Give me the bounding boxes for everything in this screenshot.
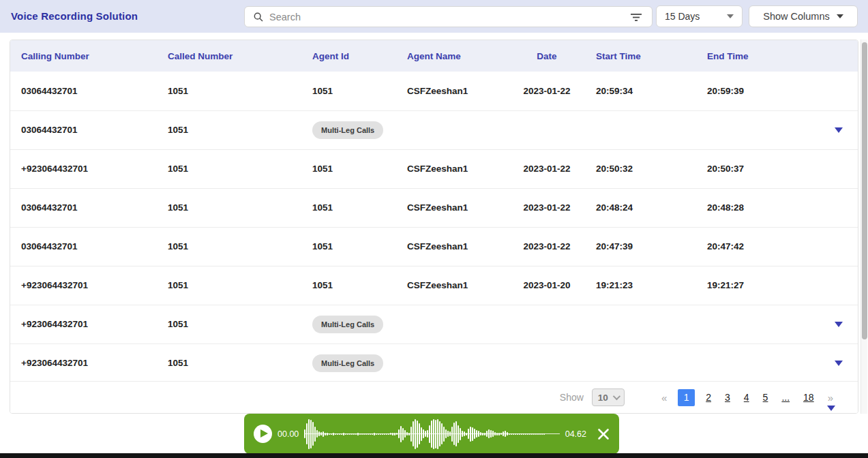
cell-calling-number: 03064432701 xyxy=(10,72,157,110)
cell-start-time: 20:47:39 xyxy=(585,227,696,266)
cell-agent-name: CSFZeeshan1 xyxy=(396,227,509,266)
page-3-link[interactable]: 3 xyxy=(725,392,730,403)
play-button[interactable] xyxy=(254,425,272,443)
cell-agent-name: CSFZeeshan1 xyxy=(396,149,509,188)
pagination-bar: Show 10 « 1 2 3 4 5 ... 18 » xyxy=(10,381,858,413)
cell-agent-id: 1051 xyxy=(301,72,396,110)
cell-called-number: 1051 xyxy=(157,110,301,149)
chevron-down-icon xyxy=(837,14,843,18)
show-columns-button[interactable]: Show Columns xyxy=(749,5,858,27)
search-input[interactable] xyxy=(269,12,629,22)
col-header-date[interactable]: Date xyxy=(509,40,585,72)
page-5-link[interactable]: 5 xyxy=(763,392,768,403)
cell-end-time xyxy=(696,305,818,344)
cell-called-number: 1051 xyxy=(157,266,301,305)
page-2-link[interactable]: 2 xyxy=(706,392,711,403)
cell-calling-number: +923064432701 xyxy=(10,344,157,382)
cell-start-time xyxy=(585,305,696,344)
cell-date xyxy=(509,344,585,382)
audio-player: 00.00 04.62 xyxy=(244,414,619,454)
recordings-table-card: Calling Number Called Number Agent Id Ag… xyxy=(10,40,858,414)
cell-expander xyxy=(818,227,858,266)
cell-calling-number: +923064432701 xyxy=(10,305,157,344)
cell-date: 2023-01-20 xyxy=(509,266,585,305)
expand-row-chevron-icon[interactable] xyxy=(835,361,843,366)
table-header-row: Calling Number Called Number Agent Id Ag… xyxy=(10,40,858,72)
voice-recording-page: Voice Recording Solution 15 Days Show Co… xyxy=(0,0,868,458)
cell-date: 2023-01-22 xyxy=(509,149,585,188)
cell-expander xyxy=(818,344,858,382)
expand-row-chevron-icon[interactable] xyxy=(835,127,843,133)
cell-called-number: 1051 xyxy=(157,72,301,110)
cell-called-number: 1051 xyxy=(157,149,301,188)
cell-date: 2023-01-22 xyxy=(509,72,585,110)
cell-calling-number: 03064432701 xyxy=(10,110,157,149)
date-range-value: 15 Days xyxy=(665,11,700,22)
vertical-scrollbar xyxy=(860,40,867,414)
table-row[interactable]: +923064432701 1051 1051 CSFZeeshan1 2023… xyxy=(10,149,858,188)
duration: 04.62 xyxy=(565,429,586,439)
expand-row-chevron-icon[interactable] xyxy=(835,322,843,327)
table-row-multi-leg[interactable]: +923064432701 1051 Multi-Leg Calls xyxy=(10,344,858,382)
cell-agent-id: 1051 xyxy=(301,227,396,266)
page-1-active[interactable]: 1 xyxy=(678,389,695,406)
table-row-multi-leg[interactable]: +923064432701 1051 Multi-Leg Calls xyxy=(10,305,858,344)
cell-called-number: 1051 xyxy=(157,305,301,344)
multi-leg-badge: Multi-Leg Calls xyxy=(312,354,383,372)
cell-end-time: 20:59:39 xyxy=(696,72,818,110)
table-row[interactable]: +923064432701 1051 1051 CSFZeeshan1 2023… xyxy=(10,266,858,305)
col-header-agent-name[interactable]: Agent Name xyxy=(396,40,509,72)
cell-agent-name: CSFZeeshan1 xyxy=(396,188,509,227)
col-header-called-number[interactable]: Called Number xyxy=(157,40,301,72)
page-ellipsis-link[interactable]: ... xyxy=(781,392,790,403)
close-player-icon[interactable] xyxy=(597,428,610,440)
cell-end-time: 20:47:42 xyxy=(696,227,818,266)
cell-calling-number: 03064432701 xyxy=(10,227,157,266)
date-range-select[interactable]: 15 Days xyxy=(656,5,743,27)
col-header-agent-id[interactable]: Agent Id xyxy=(301,40,396,72)
page-title: Voice Recording Solution xyxy=(11,0,138,33)
show-columns-label: Show Columns xyxy=(763,11,830,22)
page-4-link[interactable]: 4 xyxy=(744,392,749,403)
show-label: Show xyxy=(560,392,584,403)
scrollbar-thumb[interactable] xyxy=(862,42,867,339)
cell-agent-id: Multi-Leg Calls xyxy=(301,305,396,344)
cell-agent-id: Multi-Leg Calls xyxy=(301,110,396,149)
col-header-calling-number[interactable]: Calling Number xyxy=(10,40,157,72)
cell-start-time xyxy=(585,344,696,382)
cell-start-time: 20:50:32 xyxy=(585,149,696,188)
search-box[interactable] xyxy=(244,6,653,27)
expand-row-chevron-icon[interactable] xyxy=(827,406,835,411)
next-page-button[interactable]: » xyxy=(828,392,833,403)
cell-date: 2023-01-22 xyxy=(509,227,585,266)
waveform[interactable] xyxy=(304,418,559,451)
cell-date xyxy=(509,305,585,344)
cell-agent-name xyxy=(396,110,509,149)
cell-calling-number: +923064432701 xyxy=(10,266,157,305)
filter-list-icon[interactable] xyxy=(629,11,644,23)
search-icon xyxy=(253,12,264,22)
cell-calling-number: 03064432701 xyxy=(10,188,157,227)
col-header-start-time[interactable]: Start Time xyxy=(585,40,696,72)
cell-expander xyxy=(818,149,858,188)
col-header-end-time[interactable]: End Time xyxy=(696,40,818,72)
table-row[interactable]: 03064432701 1051 1051 CSFZeeshan1 2023-0… xyxy=(10,72,858,110)
table-row[interactable]: 03064432701 1051 1051 CSFZeeshan1 2023-0… xyxy=(10,227,858,266)
cell-calling-number: +923064432701 xyxy=(10,149,157,188)
page-18-link[interactable]: 18 xyxy=(803,392,814,403)
cell-expander xyxy=(818,305,858,344)
cell-start-time: 19:21:23 xyxy=(585,266,696,305)
cell-end-time: 20:48:28 xyxy=(696,188,818,227)
table-row-multi-leg[interactable]: 03064432701 1051 Multi-Leg Calls xyxy=(10,110,858,149)
cell-agent-name: CSFZeeshan1 xyxy=(396,266,509,305)
cell-start-time xyxy=(585,110,696,149)
cell-called-number: 1051 xyxy=(157,227,301,266)
col-header-expander xyxy=(818,40,858,72)
table-row[interactable]: 03064432701 1051 1051 CSFZeeshan1 2023-0… xyxy=(10,188,858,227)
chevron-down-icon xyxy=(613,393,620,400)
prev-page-button[interactable]: « xyxy=(661,392,667,403)
page-size-select[interactable]: 10 xyxy=(592,388,625,406)
page-size-value: 10 xyxy=(598,393,608,403)
cell-start-time: 20:59:34 xyxy=(585,72,696,110)
cell-agent-id: 1051 xyxy=(301,188,396,227)
